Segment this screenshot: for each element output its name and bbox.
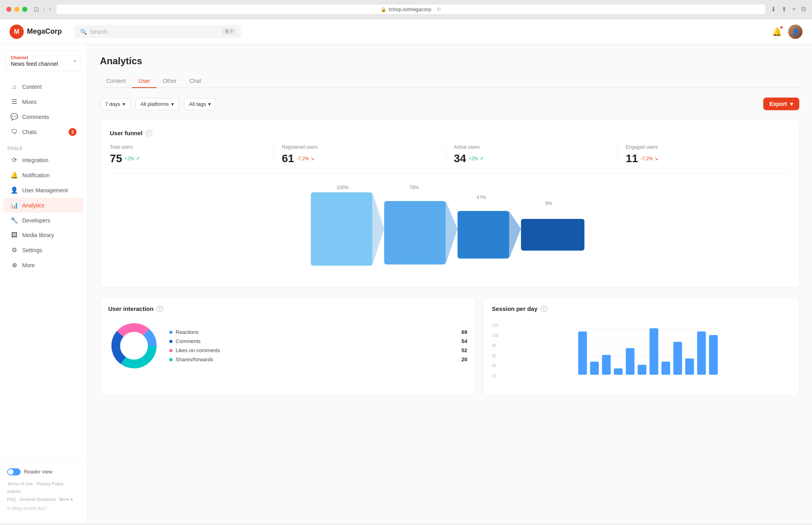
- search-icon: 🔍: [80, 29, 87, 35]
- forward-icon[interactable]: ›: [49, 6, 51, 13]
- bar-chart-svg: [504, 323, 791, 387]
- app-logo[interactable]: M MegaCorp: [10, 25, 62, 39]
- time-filter-value: 7 days: [105, 101, 120, 107]
- svg-rect-30: [674, 342, 682, 375]
- svg-marker-5: [372, 192, 384, 266]
- notification-button[interactable]: 🔔: [772, 27, 782, 36]
- sidebar-item-integration[interactable]: ⟳ Integration: [3, 153, 84, 167]
- export-label: Export: [770, 101, 787, 107]
- sidebar-item-user-management[interactable]: 👤 User Management: [3, 183, 84, 197]
- minimize-button[interactable]: [14, 7, 19, 12]
- lock-icon: 🔒: [381, 7, 387, 12]
- sidebar-item-label: Settings: [22, 247, 42, 253]
- tab-other[interactable]: Other: [157, 75, 183, 88]
- sidebar-item-media-library[interactable]: 🖼 Media library: [3, 228, 84, 242]
- tags-filter-value: All tags: [189, 101, 206, 107]
- stat-change: +2% ↗: [124, 156, 140, 161]
- channel-selector[interactable]: Channel News feed channel ▾: [6, 51, 81, 71]
- donut-legend: Reactions 69 Comments 54 Likes on commen…: [169, 328, 467, 364]
- tab-content[interactable]: Content: [100, 75, 132, 88]
- sidebar-item-settings[interactable]: ⚙ Settings: [3, 243, 84, 257]
- sidebar-item-mixes[interactable]: ☰ Mixes: [3, 94, 84, 109]
- funnel-stats: Total users 75 +2% ↗ Registered users 61…: [110, 144, 789, 173]
- reload-icon[interactable]: ↻: [437, 6, 441, 12]
- sidebar-item-notification[interactable]: 🔔 Notification: [3, 168, 84, 182]
- search-bar[interactable]: 🔍 Search ⌘ F: [75, 25, 241, 38]
- user-funnel-info-icon[interactable]: i: [146, 130, 152, 136]
- sidebar-item-chats[interactable]: 🗨 Chats 2: [3, 125, 84, 140]
- sidebar-item-label: Analytics: [22, 202, 44, 209]
- download-icon[interactable]: ⬇: [771, 6, 776, 13]
- terms-link[interactable]: Terms of Use: [7, 481, 33, 486]
- reader-view-toggle[interactable]: Reader view: [7, 468, 80, 475]
- tab-chat[interactable]: Chat: [183, 75, 208, 88]
- session-per-day-info-icon[interactable]: i: [541, 306, 547, 312]
- notification-nav-icon: 🔔: [10, 171, 18, 179]
- svg-rect-28: [650, 328, 659, 375]
- sidebar-item-comments[interactable]: 💬 Comments: [3, 109, 84, 124]
- user-interaction-card: User interaction i: [100, 297, 475, 396]
- platform-filter[interactable]: All platforms ▾: [135, 98, 179, 110]
- sidebar-item-developers[interactable]: 🔧 Developers: [3, 213, 84, 228]
- chats-icon: 🗨: [10, 128, 18, 136]
- stat-label: Registered users: [282, 144, 438, 150]
- tab-user[interactable]: User: [132, 75, 157, 88]
- sidebar-footer: Reader view Terms of Use Privacy Policy …: [0, 462, 87, 517]
- svg-rect-25: [614, 368, 623, 375]
- maximize-button[interactable]: [22, 7, 27, 12]
- stat-change: -7.2% ↘: [640, 156, 658, 161]
- svg-text:78%: 78%: [409, 185, 419, 190]
- y-label: 60: [492, 354, 498, 358]
- faq-link[interactable]: FAQ: [7, 497, 16, 502]
- legend-label: Reactions: [176, 329, 458, 335]
- home-icon: ⌂: [10, 83, 18, 90]
- sidebar: Channel News feed channel ▾ ⌂ Content ☰ …: [0, 44, 87, 523]
- legend-item-shares: Shares/forwards 20: [169, 355, 467, 364]
- legend-item-comments: Comments 54: [169, 337, 467, 346]
- general-questions-link[interactable]: General Questions: [19, 497, 56, 502]
- copyright: © tchop GmbH 2017: [7, 506, 80, 511]
- comments-dot: [169, 340, 172, 343]
- sidebar-toggle-icon[interactable]: ⊡: [34, 6, 39, 13]
- session-per-day-card: Session per day i 120 100 80 60 40 20: [483, 297, 799, 396]
- avatar[interactable]: 👤: [788, 25, 802, 39]
- tabs-icon[interactable]: ⧉: [801, 6, 806, 13]
- user-funnel-title: User funnel i: [110, 130, 789, 136]
- y-label: 20: [492, 374, 498, 378]
- developers-icon: 🔧: [10, 217, 18, 224]
- legend-label: Comments: [176, 338, 458, 344]
- export-button[interactable]: Export ▾: [763, 98, 799, 110]
- more-footer-link[interactable]: More ▾: [59, 497, 73, 502]
- tags-filter[interactable]: All tags ▾: [184, 98, 216, 110]
- sidebar-item-content[interactable]: ⌂ Content: [3, 80, 84, 94]
- address-bar[interactable]: 🔒 tchop.io/megacorp ↻: [56, 4, 766, 15]
- footer-links: Terms of Use Privacy Policy Imprint FAQ …: [7, 480, 80, 504]
- svg-text:47%: 47%: [477, 195, 486, 200]
- reactions-dot: [169, 331, 172, 334]
- header-actions: 🔔 👤: [772, 25, 802, 39]
- imprint-link[interactable]: Imprint: [7, 489, 21, 494]
- svg-point-15: [121, 333, 147, 358]
- close-button[interactable]: [6, 7, 11, 12]
- svg-rect-29: [662, 362, 670, 375]
- chats-badge: 2: [69, 128, 77, 136]
- user-interaction-info-icon[interactable]: i: [157, 306, 163, 312]
- stat-label: Active users: [454, 144, 610, 150]
- funnel-chart: 100% 78% 47% 9%: [110, 181, 789, 278]
- reader-view-toggle-switch[interactable]: [7, 468, 21, 475]
- bottom-row: User interaction i: [100, 297, 799, 396]
- sidebar-item-analytics[interactable]: 📊 Analytics: [3, 198, 84, 213]
- browser-nav: ⊡ ‹ ›: [34, 6, 51, 13]
- legend-label: Likes on comments: [176, 347, 458, 353]
- time-filter[interactable]: 7 days ▾: [100, 98, 130, 110]
- main-content: Analytics Content User Other Chat 7 days…: [87, 44, 812, 523]
- share-icon[interactable]: ⬆: [781, 6, 787, 13]
- privacy-link[interactable]: Privacy Policy: [36, 481, 63, 486]
- app-header: M MegaCorp 🔍 Search ⌘ F 🔔 👤: [0, 19, 812, 44]
- new-tab-icon[interactable]: +: [792, 6, 796, 13]
- back-icon[interactable]: ‹: [43, 6, 45, 13]
- sidebar-item-more[interactable]: ⊕ More: [3, 258, 84, 272]
- stat-change: -7.2% ↘: [297, 156, 314, 161]
- main-nav: ⌂ Content ☰ Mixes 💬 Comments 🗨 Chats 2: [0, 79, 87, 140]
- sidebar-item-label: Comments: [22, 114, 49, 120]
